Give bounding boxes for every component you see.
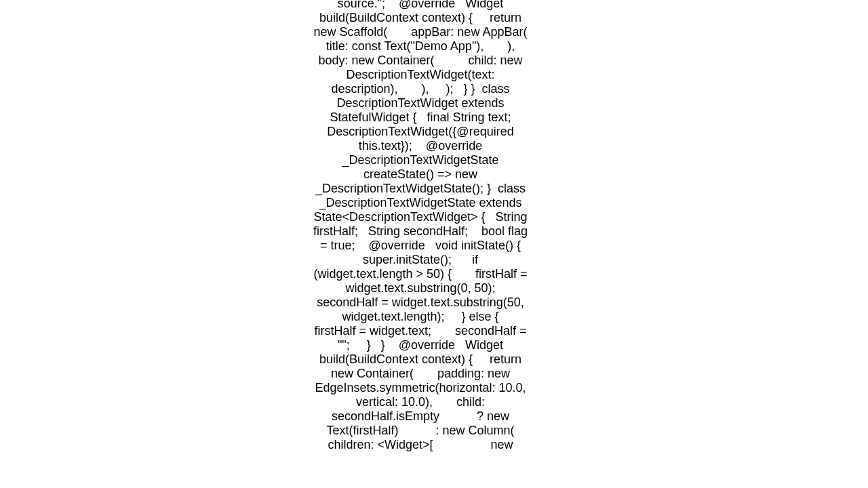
code-container: source."; @override Widget build(BuildCo… xyxy=(312,0,529,488)
code-snippet-text: source."; @override Widget build(BuildCo… xyxy=(312,0,529,452)
